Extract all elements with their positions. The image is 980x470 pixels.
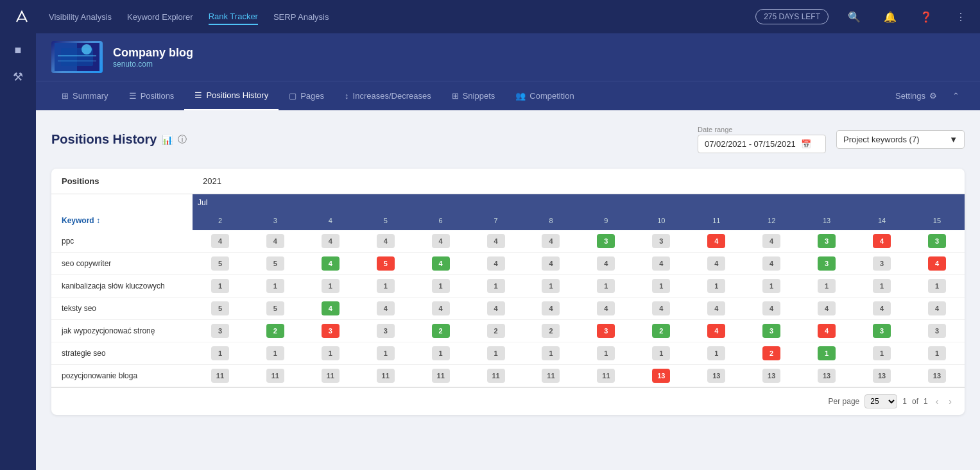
page-header: Positions History 📊 ⓘ Date range 07/02/2… xyxy=(51,126,965,153)
position-cell: 2 xyxy=(413,320,469,342)
prev-page-button[interactable]: ‹ xyxy=(933,395,941,408)
project-thumbnail xyxy=(51,41,103,73)
keyword-cell[interactable]: seo copywriter xyxy=(51,253,193,275)
position-cell: 1 xyxy=(689,342,744,365)
search-icon[interactable]: 🔍 xyxy=(844,11,864,23)
of-label: of xyxy=(912,397,918,406)
calendar-icon: 📅 xyxy=(801,139,811,149)
info-icon[interactable]: ⓘ xyxy=(178,134,187,146)
positions-history-table-container: Positions 2021 Jul Keyword ↕ xyxy=(51,169,965,415)
keyword-cell[interactable]: jak wypozycjonować stronę xyxy=(51,320,193,342)
position-cell: 11 xyxy=(524,365,579,387)
position-cell: 3 xyxy=(578,230,633,253)
page-title-row: Positions History 📊 ⓘ xyxy=(51,132,187,147)
position-cell: 1 xyxy=(854,275,909,298)
project-url[interactable]: senuto.com xyxy=(113,60,193,69)
table-row: pozycjonowanie bloga11111111111111111313… xyxy=(51,365,965,387)
date-range-input[interactable]: 07/02/2021 - 07/15/2021 📅 xyxy=(698,135,826,153)
settings-gear-icon: ⚙ xyxy=(929,91,937,101)
bell-icon[interactable]: 🔔 xyxy=(880,11,900,23)
sidebar-tools-icon[interactable]: ⚒ xyxy=(13,70,23,84)
position-cell: 5 xyxy=(193,298,248,320)
nav-keyword-explorer[interactable]: Keyword Explorer xyxy=(127,10,193,24)
subnav-snippets[interactable]: ⊞ Snippets xyxy=(442,82,506,110)
position-cell: 4 xyxy=(358,298,413,320)
project-header: Company blog senuto.com xyxy=(36,33,980,81)
table-row: kanibalizacja słów kluczowych11111111111… xyxy=(51,275,965,298)
position-cell: 4 xyxy=(524,230,579,253)
apps-icon[interactable]: ⋮ xyxy=(952,11,970,23)
date-col-7: 7 xyxy=(469,211,524,230)
position-cell: 13 xyxy=(909,365,965,387)
keyword-sort-cell[interactable]: Keyword ↕ xyxy=(51,211,193,230)
table-row: teksty seo55444444444444 xyxy=(51,298,965,320)
nav-serp-analysis[interactable]: SERP Analysis xyxy=(273,10,329,24)
subnav-summary[interactable]: ⊞ Summary xyxy=(51,82,119,110)
positions-history-icon: ☰ xyxy=(194,90,202,100)
position-cell: 3 xyxy=(909,230,965,253)
position-cell: 5 xyxy=(193,253,248,275)
position-cell: 1 xyxy=(469,342,524,365)
position-cell: 13 xyxy=(799,365,854,387)
position-cell: 5 xyxy=(248,298,303,320)
logo[interactable] xyxy=(10,5,33,28)
nav-visibility-analysis[interactable]: Visibility Analysis xyxy=(49,10,112,24)
subnav-pages[interactable]: ▢ Pages xyxy=(279,82,334,110)
keyword-cell[interactable]: strategie seo xyxy=(51,342,193,365)
settings-button[interactable]: Settings ⚙ xyxy=(885,82,947,110)
subnav-positions-history[interactable]: ☰ Positions History xyxy=(184,81,279,110)
position-cell: 1 xyxy=(799,342,854,365)
date-col-4: 4 xyxy=(303,211,358,230)
next-page-button[interactable]: › xyxy=(946,395,954,408)
help-icon[interactable]: ❓ xyxy=(916,11,936,23)
position-cell: 1 xyxy=(633,275,689,298)
position-cell: 3 xyxy=(909,320,965,342)
position-cell: 4 xyxy=(744,298,799,320)
position-cell: 2 xyxy=(744,342,799,365)
position-cell: 4 xyxy=(799,320,854,342)
subnav-competition[interactable]: 👥 Competition xyxy=(505,82,584,110)
date-col-2: 2 xyxy=(193,211,248,230)
position-cell: 4 xyxy=(469,298,524,320)
position-cell: 11 xyxy=(413,365,469,387)
keyword-filter-dropdown[interactable]: Project keywords (7) ▼ xyxy=(836,130,965,149)
total-pages: 1 xyxy=(924,397,928,406)
subnav-increases-decreases[interactable]: ↕ Increases/Decreases xyxy=(334,82,442,110)
project-info: Company blog senuto.com xyxy=(113,46,193,69)
per-page-select[interactable]: 25 50 100 xyxy=(864,394,897,408)
keyword-cell[interactable]: kanibalizacja słów kluczowych xyxy=(51,275,193,298)
position-cell: 1 xyxy=(358,275,413,298)
position-cell: 2 xyxy=(524,320,579,342)
position-cell: 11 xyxy=(193,365,248,387)
sort-icon: ↕ xyxy=(96,216,100,225)
position-cell: 1 xyxy=(193,275,248,298)
date-range-label: Date range xyxy=(698,126,826,133)
position-cell: 11 xyxy=(469,365,524,387)
keyword-cell[interactable]: pozycjonowanie bloga xyxy=(51,365,193,387)
subnav-positions[interactable]: ☰ Positions xyxy=(119,82,185,110)
main-content: Company blog senuto.com ⊞ Summary ☰ Posi… xyxy=(36,33,980,470)
summary-icon: ⊞ xyxy=(62,91,69,101)
month-header-row: Jul xyxy=(51,194,965,211)
competition-icon: 👥 xyxy=(515,91,526,101)
chevron-up-icon[interactable]: ⌃ xyxy=(947,82,965,110)
position-cell: 1 xyxy=(744,275,799,298)
position-cell: 3 xyxy=(578,320,633,342)
keyword-cell[interactable]: teksty seo xyxy=(51,298,193,320)
keyword-cell[interactable]: ppc xyxy=(51,230,193,253)
svg-point-5 xyxy=(82,44,92,55)
position-cell: 3 xyxy=(854,320,909,342)
date-col-5: 5 xyxy=(358,211,413,230)
table-row: strategie seo11111111112111 xyxy=(51,342,965,365)
position-cell: 13 xyxy=(854,365,909,387)
position-cell: 2 xyxy=(248,320,303,342)
position-cell: 4 xyxy=(689,298,744,320)
chart-icon: 📊 xyxy=(162,135,173,145)
date-col-3: 3 xyxy=(248,211,303,230)
position-cell: 1 xyxy=(413,342,469,365)
nav-rank-tracker[interactable]: Rank Tracker xyxy=(209,9,258,25)
position-cell: 1 xyxy=(303,342,358,365)
position-cell: 4 xyxy=(854,298,909,320)
sidebar-dashboard-icon[interactable]: ■ xyxy=(15,44,22,57)
keyword-filter-value: Project keywords (7) xyxy=(843,135,919,144)
